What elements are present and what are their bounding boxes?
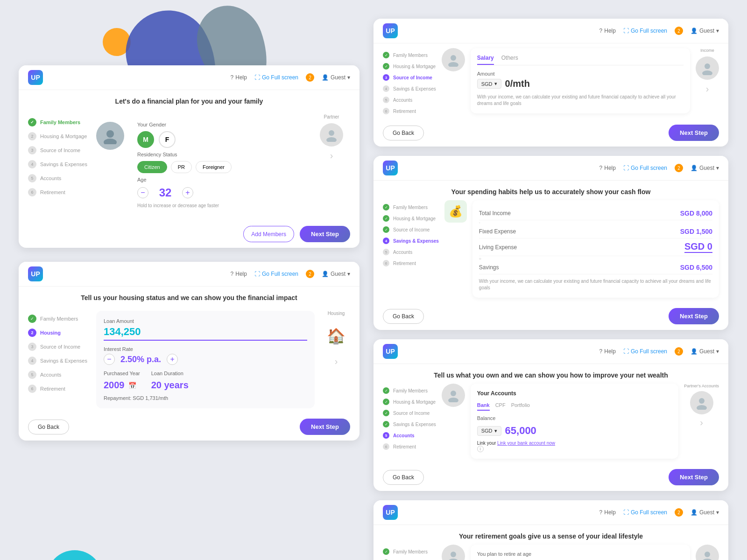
help-button-2[interactable]: ? Help xyxy=(231,271,247,277)
tab-salary[interactable]: Salary xyxy=(477,55,494,65)
panel2-header: UP ? Help ⛶ Go Full screen 2 👤 Guest xyxy=(19,262,359,287)
p4-sidebar-family[interactable]: ✓ Family Members xyxy=(383,52,436,58)
fixed-expense-row: Fixed Expense SGD 1,500 xyxy=(479,225,712,238)
p5-sidebar-savings[interactable]: ✓ Savings & Expenses xyxy=(383,421,436,427)
panel1-header: UP ? Help ⛶ Go Full screen 2 👤 Guest xyxy=(19,65,359,90)
p5-sidebar-retirement[interactable]: 6 Retirement xyxy=(383,443,436,450)
chevron-right-icon[interactable]: › xyxy=(330,150,333,161)
p4-nav-2: ✓ xyxy=(383,63,389,70)
sidebar-item-source-income[interactable]: 3 Source of Income xyxy=(28,146,89,154)
notification-badge[interactable]: 2 xyxy=(306,73,314,82)
p5-sidebar-income[interactable]: ✓ Source of Income xyxy=(383,410,436,416)
sgd-dropdown[interactable]: SGD ▾ xyxy=(477,79,501,89)
age-increase-button[interactable]: + xyxy=(182,187,193,198)
go-back-button-2[interactable]: Go Back xyxy=(28,420,69,434)
sidebar-item-accounts[interactable]: 5 Accounts xyxy=(28,174,89,182)
fullscreen-button[interactable]: ⛶ Go Full screen xyxy=(254,74,298,81)
fullscreen-button-5[interactable]: ⛶ Go Full screen xyxy=(623,348,667,355)
next-step-button-4[interactable]: Next Step xyxy=(669,125,719,141)
help-button-4[interactable]: ? Help xyxy=(599,28,616,34)
sidebar-item-retirement[interactable]: 6 Retirement xyxy=(28,188,89,196)
p2-sidebar-housing[interactable]: 2 Housing xyxy=(28,329,89,337)
next-step-button-5[interactable]: Next Step xyxy=(669,469,719,485)
p5-sidebar-accounts[interactable]: 5 Accounts xyxy=(383,432,436,439)
housing-chevron-right[interactable]: › xyxy=(335,356,338,367)
accounts-chevron-right[interactable]: › xyxy=(700,417,703,428)
p4-sidebar-savings[interactable]: 4 Savings & Expenses xyxy=(383,85,436,92)
panel6-title: Your retirement goals give us a sense of… xyxy=(374,525,728,545)
add-members-button[interactable]: Add Members xyxy=(243,226,294,242)
p4-sidebar-income[interactable]: 3 Source of Income xyxy=(383,74,436,81)
residency-citizen[interactable]: Citizen xyxy=(137,161,167,173)
income-chevron-right[interactable]: › xyxy=(706,84,709,94)
notification-badge-5[interactable]: 2 xyxy=(675,347,683,356)
balance-sgd-dropdown[interactable]: SGD ▾ xyxy=(477,426,501,436)
p3-sidebar-accounts[interactable]: 5 Accounts xyxy=(383,249,439,255)
go-back-button-4[interactable]: Go Back xyxy=(383,126,424,140)
logo3: UP xyxy=(383,161,398,175)
fullscreen-button-6[interactable]: ⛶ Go Full screen xyxy=(623,509,667,516)
tab-bank[interactable]: Bank xyxy=(477,400,490,411)
notification-badge-4[interactable]: 2 xyxy=(675,27,683,35)
age-stepper: − 32 + xyxy=(137,186,300,199)
p2-sidebar-retirement[interactable]: 6 Retirement xyxy=(28,385,89,393)
go-back-button-3[interactable]: Go Back xyxy=(383,309,424,324)
rate-decrease-button[interactable]: − xyxy=(104,354,115,365)
residency-foreigner[interactable]: Foreigner xyxy=(196,161,232,173)
notification-badge-3[interactable]: 2 xyxy=(675,164,683,172)
guest-button-5[interactable]: 👤 Guest ▾ xyxy=(691,348,719,355)
sidebar-item-savings[interactable]: 4 Savings & Expenses xyxy=(28,160,89,168)
bank-account-link[interactable]: Link your bank account now xyxy=(497,441,555,446)
next-step-button-2[interactable]: Next Step xyxy=(300,419,350,435)
tab-cpf[interactable]: CPF xyxy=(495,400,506,411)
guest-button-3[interactable]: 👤 Guest ▾ xyxy=(691,165,719,171)
guest-button-4[interactable]: 👤 Guest ▾ xyxy=(691,28,719,34)
panel2-footer: Go Back Next Step xyxy=(19,413,359,441)
p3-sidebar-savings[interactable]: 4 Savings & Expenses xyxy=(383,238,439,244)
p3-sidebar-retirement[interactable]: 6 Retirement xyxy=(383,260,439,266)
gender-m-button[interactable]: M xyxy=(137,131,154,148)
p6-sidebar-family[interactable]: ✓ Family Members xyxy=(383,548,436,555)
next-step-button-3[interactable]: Next Step xyxy=(669,308,719,324)
tab-portfolio[interactable]: Portfolio xyxy=(511,400,530,411)
age-decrease-button[interactable]: − xyxy=(137,187,148,198)
p2-sidebar-family[interactable]: ✓ Family Members xyxy=(28,315,89,323)
p2-nav-num-4: 4 xyxy=(28,357,36,365)
rate-increase-button[interactable]: + xyxy=(167,354,178,365)
help-button-5[interactable]: ? Help xyxy=(599,348,616,355)
p2-sidebar-accounts[interactable]: 5 Accounts xyxy=(28,371,89,379)
sidebar-item-housing[interactable]: 2 Housing & Mortgage xyxy=(28,132,89,140)
sidebar-item-family-members[interactable]: ✓ Family Members xyxy=(28,118,89,126)
p4-nav-6: 6 xyxy=(383,108,389,114)
p3-sidebar-housing[interactable]: ✓ Housing & Mortgage xyxy=(383,215,439,222)
help-button-6[interactable]: ? Help xyxy=(599,509,616,516)
p4-sidebar-accounts[interactable]: 5 Accounts xyxy=(383,97,436,103)
p4-sidebar-retirement[interactable]: 6 Retirement xyxy=(383,108,436,114)
p5-sidebar-housing[interactable]: ✓ Housing & Mortgage xyxy=(383,399,436,405)
tab-others[interactable]: Others xyxy=(501,55,518,65)
guest-button-2[interactable]: 👤 Guest ▾ xyxy=(322,271,350,277)
fullscreen-button-4[interactable]: ⛶ Go Full screen xyxy=(623,28,667,34)
nav-num-3: 3 xyxy=(28,146,36,154)
income-avatar-area xyxy=(442,48,465,71)
residency-pr[interactable]: PR xyxy=(171,161,192,173)
p4-sidebar-housing[interactable]: ✓ Housing & Mortgage xyxy=(383,63,436,70)
notification-badge-2[interactable]: 2 xyxy=(306,270,314,278)
help-button[interactable]: ? Help xyxy=(231,74,247,81)
p3-sidebar-income[interactable]: ✓ Source of Income xyxy=(383,226,439,233)
svg-point-0 xyxy=(106,130,114,138)
guest-button-6[interactable]: 👤 Guest ▾ xyxy=(691,509,719,516)
p2-sidebar-income[interactable]: 3 Source of Income xyxy=(28,343,89,351)
gender-f-button[interactable]: F xyxy=(159,131,176,148)
p2-sidebar-savings[interactable]: 4 Savings & Expenses xyxy=(28,357,89,365)
help-button-3[interactable]: ? Help xyxy=(599,165,616,171)
fullscreen-button-3[interactable]: ⛶ Go Full screen xyxy=(623,165,667,171)
p3-sidebar-family[interactable]: ✓ Family Members xyxy=(383,204,439,210)
guest-button[interactable]: 👤 Guest ▾ xyxy=(322,74,350,81)
next-step-button-1[interactable]: Next Step xyxy=(300,226,350,242)
savings-hint: With your income, we can calculate your … xyxy=(479,278,712,291)
p5-sidebar-family[interactable]: ✓ Family Members xyxy=(383,387,436,394)
fullscreen-button-2[interactable]: ⛶ Go Full screen xyxy=(254,271,298,277)
go-back-button-5[interactable]: Go Back xyxy=(383,470,424,485)
notification-badge-6[interactable]: 2 xyxy=(675,508,683,517)
